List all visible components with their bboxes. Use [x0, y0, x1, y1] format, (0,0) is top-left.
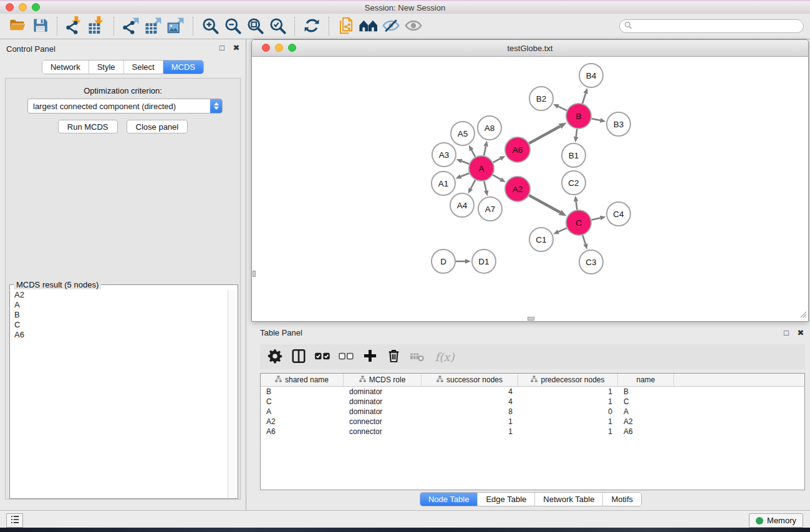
column-header-successor-nodes[interactable]: successor nodes [422, 374, 518, 386]
cell-predecessor-nodes[interactable]: 1 [518, 387, 618, 396]
cell-successor-nodes[interactable]: 4 [422, 397, 518, 406]
mcds-list-scrollbar[interactable] [228, 290, 237, 498]
cell-successor-nodes[interactable]: 1 [422, 427, 518, 436]
cell-MCDS-role[interactable]: dominator [344, 397, 422, 406]
graph-node-A4[interactable]: A4 [450, 193, 474, 217]
close-panel-icon[interactable]: ✖ [232, 44, 241, 52]
network-window-titlebar[interactable]: testGlobe.txt [252, 40, 808, 57]
column-header-name[interactable]: name [618, 374, 674, 386]
zoom-window-icon[interactable] [32, 3, 40, 11]
tab-edge-table[interactable]: Edge Table [477, 493, 534, 506]
graph-node-A1[interactable]: A1 [432, 172, 455, 195]
deselect-all-rows-button[interactable] [336, 347, 356, 367]
table-row[interactable]: Adominator80A [261, 407, 804, 417]
memory-button[interactable]: Memory [749, 513, 803, 528]
graph-node-C[interactable]: C [566, 210, 591, 235]
graph-node-A3[interactable]: A3 [432, 143, 456, 167]
cell-successor-nodes[interactable]: 1 [422, 417, 518, 426]
table-row[interactable]: Bdominator41B [261, 387, 804, 397]
network-canvas[interactable]: B4B2BB3A8A5A6A3B1AC2A1A2A4A7C4CC1DD1C3 [253, 57, 808, 321]
search-box[interactable] [619, 19, 804, 33]
zoom-fit-content-button[interactable] [244, 15, 266, 37]
open-file-button[interactable] [6, 15, 29, 37]
cell-predecessor-nodes[interactable]: 1 [518, 397, 618, 406]
tab-select[interactable]: Select [123, 60, 163, 74]
export-table-button[interactable] [142, 15, 165, 37]
tab-node-table[interactable]: Node Table [420, 493, 478, 506]
tab-mcds[interactable]: MCDS [163, 60, 203, 74]
cell-shared-name[interactable]: A [261, 407, 344, 416]
graph-node-C4[interactable]: C4 [607, 202, 630, 226]
delete-columns-button[interactable] [383, 347, 403, 367]
close-panel-button[interactable]: Close panel [127, 120, 188, 133]
mcds-result-item[interactable]: A [11, 300, 228, 310]
cell-name[interactable]: A2 [618, 417, 674, 426]
graph-node-C3[interactable]: C3 [579, 250, 603, 274]
cell-shared-name[interactable]: A6 [261, 427, 344, 436]
cell-MCDS-role[interactable]: dominator [344, 387, 422, 396]
cell-name[interactable]: A6 [618, 427, 674, 436]
graph-node-B3[interactable]: B3 [607, 112, 630, 136]
mcds-result-item[interactable]: A2 [11, 290, 228, 300]
horizontal-scroll-thumb[interactable] [528, 317, 534, 321]
graph-node-A5[interactable]: A5 [451, 122, 475, 145]
toggle-columns-button[interactable] [289, 347, 309, 367]
graph-node-A8[interactable]: A8 [478, 116, 501, 140]
float-table-panel-icon[interactable]: □ [782, 329, 791, 337]
cell-MCDS-role[interactable]: connector [344, 427, 422, 436]
zoom-network-window-icon[interactable] [288, 44, 296, 52]
column-header-predecessor-nodes[interactable]: predecessor nodes [518, 374, 618, 386]
export-image-button[interactable] [165, 15, 187, 37]
minimize-network-window-icon[interactable] [275, 44, 283, 52]
table-row[interactable]: Cdominator41C [261, 397, 804, 407]
graph-node-B1[interactable]: B1 [562, 143, 586, 167]
table-row[interactable]: A2connector11A2 [261, 417, 804, 427]
graph-node-A[interactable]: A [469, 156, 494, 181]
cell-name[interactable]: C [618, 397, 674, 406]
apply-layout-button[interactable] [301, 15, 323, 37]
graph-node-A6[interactable]: A6 [505, 137, 530, 162]
hide-unhide-button[interactable] [380, 15, 402, 37]
cell-predecessor-nodes[interactable]: 1 [518, 427, 618, 436]
graph-node-B[interactable]: B [566, 104, 591, 128]
search-input[interactable] [635, 21, 799, 31]
tab-motifs[interactable]: Motifs [602, 493, 641, 506]
export-network-button[interactable] [120, 15, 142, 37]
home-views-button[interactable] [357, 15, 380, 37]
graph-node-D1[interactable]: D1 [472, 249, 496, 273]
cell-predecessor-nodes[interactable]: 1 [518, 417, 618, 426]
mcds-result-item[interactable]: B [11, 310, 228, 320]
zoom-in-button[interactable] [199, 15, 221, 37]
tab-network[interactable]: Network [42, 60, 89, 74]
vertical-scroll-thumb[interactable] [253, 271, 256, 277]
resize-grip-icon[interactable] [798, 309, 807, 320]
mcds-result-item[interactable]: A6 [11, 330, 228, 340]
column-header-MCDS-role[interactable]: MCDS role [344, 374, 422, 386]
graph-node-C2[interactable]: C2 [562, 171, 586, 195]
tab-network-table[interactable]: Network Table [534, 493, 602, 506]
cell-successor-nodes[interactable]: 4 [422, 387, 518, 396]
graph-node-D[interactable]: D [432, 249, 455, 273]
graph-node-C1[interactable]: C1 [529, 228, 553, 251]
cell-name[interactable]: B [618, 387, 674, 396]
float-panel-icon[interactable]: □ [218, 44, 226, 52]
zoom-out-button[interactable] [221, 15, 244, 37]
close-network-window-icon[interactable] [262, 44, 270, 52]
zoom-selected-button[interactable] [266, 15, 289, 37]
cell-name[interactable]: A [618, 407, 674, 416]
cell-shared-name[interactable]: A2 [261, 417, 344, 426]
cell-predecessor-nodes[interactable]: 0 [518, 407, 618, 416]
table-settings-button[interactable] [265, 347, 285, 367]
import-table-button[interactable] [85, 15, 108, 37]
cell-shared-name[interactable]: C [261, 397, 344, 406]
select-all-rows-button[interactable] [312, 347, 332, 367]
graph-node-B4[interactable]: B4 [579, 64, 603, 87]
network-document-button[interactable] [335, 15, 357, 37]
graph-node-A7[interactable]: A7 [478, 197, 502, 221]
cell-shared-name[interactable]: B [261, 387, 344, 396]
cell-successor-nodes[interactable]: 8 [422, 407, 518, 416]
cell-MCDS-role[interactable]: dominator [344, 407, 422, 416]
save-session-button[interactable] [29, 15, 51, 37]
mcds-result-item[interactable]: C [11, 320, 228, 330]
close-table-panel-icon[interactable]: ✖ [796, 329, 805, 337]
